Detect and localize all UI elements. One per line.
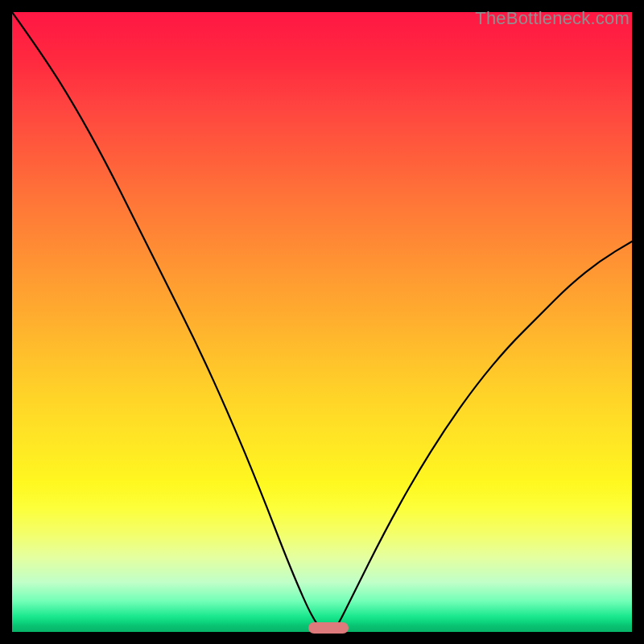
bottleneck-curve	[12, 12, 632, 632]
optimum-marker	[308, 622, 349, 634]
curve-path	[12, 12, 632, 632]
plot-area	[12, 12, 632, 632]
watermark-text: TheBottleneck.com	[475, 8, 630, 29]
